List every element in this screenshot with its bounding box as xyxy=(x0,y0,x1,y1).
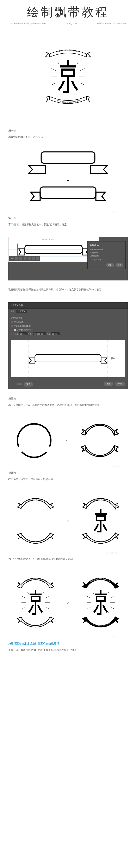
watermark: ZITICQ.COM xyxy=(106,465,119,467)
arrow-icon: ▷ xyxy=(67,601,69,604)
step4-diagram-a: ZITICQ.COM JING ZITICQ.COM ZITICQ.COM JI… xyxy=(8,488,128,556)
svg-line-66 xyxy=(111,607,114,609)
step4-desc2: 为了让字体和谐更具，可以用虚线填充和图形来装饰，完成 xyxy=(8,556,128,567)
dialog-title: 新建画笔 xyxy=(90,244,124,247)
len-input[interactable] xyxy=(51,333,59,335)
svg-line-44 xyxy=(22,596,26,598)
brush-name-field[interactable]: 艺术画笔 xyxy=(16,310,27,313)
dialog-titlebar: 艺术画笔选项 xyxy=(8,302,128,309)
svg-point-14 xyxy=(85,72,85,73)
footer-desc: 更多：设计教程技巧 收藏+关注 下期干货题·感谢视界 KEYDOU xyxy=(8,648,128,656)
svg-line-46 xyxy=(22,607,26,609)
align-panel[interactable]: 对齐 xyxy=(9,256,40,261)
svg-line-9 xyxy=(76,62,78,65)
svg-line-63 xyxy=(87,607,91,609)
svg-line-61 xyxy=(87,596,91,598)
svg-text:ZITICQ.COM JING ZITICQ.COM: ZITICQ.COM JING ZITICQ.COM xyxy=(90,578,111,583)
ruler-readout: pt: 90px pt: 7px xyxy=(42,238,55,241)
screenshot-new-brush: pt: 90px pt: 7px 对齐 新建画笔 选择新画笔类型: ○ 散点画笔… xyxy=(8,237,128,280)
svg-line-68 xyxy=(107,592,109,594)
radio-pattern[interactable]: ○ 图案画笔 xyxy=(90,254,124,258)
opt-proportional[interactable]: 按比例缩放 xyxy=(11,320,125,324)
svg-line-50 xyxy=(27,592,29,594)
step2-caption: 设置画笔缩放选项·只选在参考线之间伸展，起点50px，终点就右侧同画笔90px，… xyxy=(8,287,128,298)
new-brush-dialog: 新建画笔 选择新画笔类型: ○ 散点画笔 ○ 图案画笔 ● 艺术画笔 确定 取消 xyxy=(87,241,126,269)
svg-line-51 xyxy=(42,592,44,594)
svg-line-2 xyxy=(52,68,56,70)
step1-desc: 画好需要的飘带图形，进行组合 xyxy=(8,134,128,146)
dot-icon: • xyxy=(56,23,56,25)
dialog-label: 选择新画笔类型: xyxy=(90,248,124,251)
svg-rect-21 xyxy=(41,152,95,163)
dot-icon: • xyxy=(87,23,87,25)
brush-link[interactable]: 画笔 xyxy=(14,223,19,226)
svg-rect-24 xyxy=(25,245,82,253)
svg-line-4 xyxy=(52,83,56,85)
svg-rect-25 xyxy=(18,244,90,256)
svg-line-64 xyxy=(111,596,114,598)
name-label: 名称 xyxy=(10,310,15,312)
step3-desc: 画一个椭圆形，用A工具删除左右两边的线，选中剩个线段，点击画笔中的图形替换 xyxy=(8,402,128,414)
page-title: 绘制飘带教程 xyxy=(8,0,128,22)
step1-label: 第一步 xyxy=(8,127,128,134)
preview-checkbox[interactable]: 预览 xyxy=(24,382,33,386)
step1-diagram: ZITICQ.COM xyxy=(8,146,128,215)
svg-line-49 xyxy=(46,607,49,609)
sub-center: ZITICQ.COM xyxy=(66,23,77,25)
screenshot-brush-options: 艺术画笔选项 名称: 艺术画笔 画笔缩放选项 按比例缩放 伸展以适合描边长度 在… xyxy=(8,302,128,389)
step2-desc: 窗口-画笔，把图形拖入画笔中，新建·艺术画笔，确定 xyxy=(8,222,128,233)
len-label: 长度: xyxy=(47,333,51,335)
svg-point-15 xyxy=(85,81,85,81)
subtitle-bar: 字体传奇网·视频设计稿为你带来一个小教程 • ZITICQ.COM • 标题字体… xyxy=(8,22,128,31)
end-input[interactable] xyxy=(33,333,46,335)
end-label: 终点: xyxy=(28,333,32,335)
cancel-button[interactable]: 取消 xyxy=(115,381,125,386)
svg-line-67 xyxy=(92,592,94,594)
step3-label: 第三步 xyxy=(8,395,128,402)
arrow-icon: ▷ xyxy=(65,439,67,442)
sub-left: 字体传奇网·视频设计稿为你带来一个小教程 xyxy=(10,22,46,25)
footer-title[interactable]: AI教程三步搞定曲线条类图案标志曲线教程 xyxy=(8,640,128,648)
arrow-icon: ▷ xyxy=(67,520,69,522)
main-logo: ZITICQ.COM JING ZITICQ.COM ZITICQ.COM JI… xyxy=(8,31,128,127)
sub-right: 标题字体用教程BY:字体传奇龙天哥 xyxy=(97,22,126,25)
step3-diagram: ▷ ZITICQ.COM xyxy=(8,413,128,469)
step2-label: 第二步 xyxy=(8,215,128,222)
scale-options-label: 画笔缩放选项 xyxy=(11,316,125,320)
svg-line-5 xyxy=(80,68,84,70)
step4-diagram-b: ZITICQ.COM JING ZITICQ.COM ZITICQ.COM JI… xyxy=(8,567,128,640)
svg-rect-32 xyxy=(35,354,101,362)
svg-point-12 xyxy=(51,72,52,73)
radio-scatter[interactable]: ○ 散点画笔 xyxy=(90,251,124,254)
start-label: 起点: xyxy=(15,333,19,335)
brush-preview xyxy=(11,340,125,377)
svg-line-8 xyxy=(58,62,60,65)
opt-guides[interactable]: 在参考线之间伸展 xyxy=(11,328,125,332)
svg-text:ZITICQ.COM JING ZITICQ.COM: ZITICQ.COM JING ZITICQ.COM xyxy=(56,49,80,53)
step4-label: 第四步 xyxy=(8,469,128,476)
start-input[interactable] xyxy=(19,333,27,335)
ok-button[interactable]: 确定 xyxy=(104,381,113,386)
opt-stretch[interactable]: 伸展以适合描边长度 xyxy=(11,324,125,328)
watermark: ZITICQ.COM xyxy=(106,636,119,638)
watermark: ZITICQ.COM xyxy=(106,552,119,554)
cancel-button[interactable]: 取消 xyxy=(115,263,124,267)
svg-line-47 xyxy=(46,596,49,598)
radio-art[interactable]: ● 艺术画笔 xyxy=(90,258,124,261)
svg-rect-26 xyxy=(17,244,18,244)
watermark: ZITICQ.COM xyxy=(106,211,119,213)
svg-line-7 xyxy=(80,83,84,85)
step4-desc: 在图形最后填充文，中间放设计好的字体 xyxy=(8,476,128,488)
svg-rect-22 xyxy=(40,187,96,198)
ok-button[interactable]: 确定 xyxy=(106,263,114,267)
svg-point-13 xyxy=(51,81,52,81)
